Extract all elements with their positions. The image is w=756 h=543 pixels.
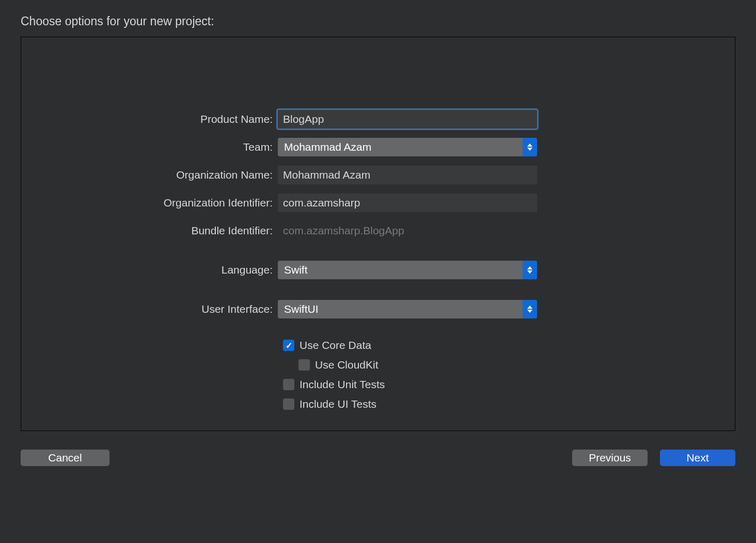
product-name-label: Product Name:	[21, 113, 278, 125]
include-unit-tests-row: Include Unit Tests	[21, 378, 735, 391]
new-project-options-dialog: Choose options for your new project: Pro…	[0, 0, 756, 466]
dialog-title: Choose options for your new project:	[21, 0, 735, 37]
cancel-button[interactable]: Cancel	[21, 450, 109, 466]
previous-button[interactable]: Previous	[572, 450, 648, 466]
org-identifier-label: Organization Identifier:	[21, 197, 278, 209]
use-core-data-checkbox[interactable]: ✓	[283, 340, 294, 351]
include-ui-tests-checkbox[interactable]	[283, 398, 294, 410]
dropdown-arrows-icon	[523, 261, 537, 279]
use-cloudkit-row: Use CloudKit	[21, 358, 735, 372]
include-ui-tests-row: Include UI Tests	[21, 397, 735, 411]
org-identifier-input[interactable]	[278, 194, 537, 212]
use-core-data-label: Use Core Data	[300, 339, 371, 352]
team-dropdown[interactable]: Mohammad Azam	[278, 138, 537, 156]
next-button[interactable]: Next	[660, 450, 735, 466]
user-interface-dropdown[interactable]: SwiftUI	[278, 300, 537, 318]
org-identifier-row: Organization Identifier:	[21, 193, 735, 213]
include-ui-tests-label: Include UI Tests	[300, 398, 376, 410]
language-dropdown-value: Swift	[278, 264, 308, 276]
user-interface-label: User Interface:	[21, 303, 278, 315]
user-interface-row: User Interface: SwiftUI	[21, 299, 735, 319]
button-row: Cancel Previous Next	[21, 431, 735, 466]
bundle-identifier-row: Bundle Identifier: com.azamsharp.BlogApp	[21, 221, 735, 241]
product-name-row: Product Name:	[21, 109, 735, 129]
language-dropdown[interactable]: Swift	[278, 261, 537, 279]
include-unit-tests-label: Include Unit Tests	[300, 378, 385, 391]
team-row: Team: Mohammad Azam	[21, 137, 735, 157]
org-name-label: Organization Name:	[21, 169, 278, 181]
content-panel: Product Name: Team: Mohammad Azam Organi…	[21, 37, 735, 431]
team-dropdown-value: Mohammad Azam	[278, 141, 371, 153]
user-interface-dropdown-value: SwiftUI	[278, 303, 319, 315]
bundle-identifier-label: Bundle Identifier:	[21, 225, 278, 237]
bundle-identifier-value: com.azamsharp.BlogApp	[278, 225, 404, 236]
org-name-row: Organization Name:	[21, 165, 735, 185]
product-name-input[interactable]	[278, 110, 537, 129]
include-unit-tests-checkbox[interactable]	[283, 379, 294, 390]
org-name-input[interactable]	[278, 166, 537, 184]
dropdown-arrows-icon	[523, 138, 537, 156]
use-cloudkit-checkbox[interactable]	[298, 359, 310, 371]
language-label: Language:	[21, 264, 278, 276]
checkmark-icon: ✓	[286, 341, 292, 350]
dropdown-arrows-icon	[523, 300, 537, 318]
team-label: Team:	[21, 141, 278, 153]
use-cloudkit-label: Use CloudKit	[315, 359, 379, 371]
button-group-right: Previous Next	[572, 450, 735, 466]
use-core-data-row: ✓ Use Core Data	[21, 339, 735, 352]
language-row: Language: Swift	[21, 260, 735, 280]
